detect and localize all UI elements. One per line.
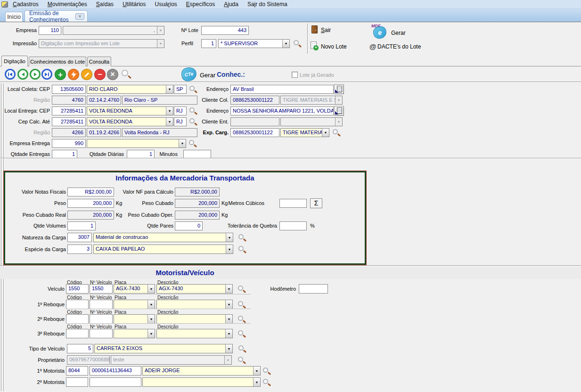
reboque2-num-input[interactable] [90,314,113,324]
empresa-combo[interactable]: . ▼ [63,26,164,35]
chevron-down-icon[interactable]: ▼ [322,128,329,137]
endereco-coleta-button[interactable] [334,84,344,94]
novo-lote-button-label[interactable]: Novo Lote [321,43,347,50]
cep-calc-input[interactable]: 27285411 [52,117,86,126]
exp-carg-cnpj-input[interactable]: 08862530001122 [230,128,279,137]
first-record-button[interactable] [5,69,16,80]
add-record-button[interactable]: + [55,69,66,80]
proprietario-search-icon[interactable] [238,357,246,365]
chevron-down-icon[interactable]: ▼ [253,366,261,376]
chevron-down-icon[interactable]: ▼ [179,139,186,148]
menu-movimentacoes[interactable]: Movimentações [48,1,87,8]
tab-inicio[interactable]: Início [5,12,23,22]
hodometro-input[interactable] [299,284,328,294]
menu-usuarios[interactable]: Usuários [155,1,177,8]
chevron-down-icon[interactable]: ▼ [147,300,155,309]
motorista2-combo[interactable]: ▼ [142,377,261,387]
chevron-down-icon[interactable]: ▼ [225,329,233,338]
perfil-num-input[interactable]: 1 [201,39,216,48]
chevron-down-icon[interactable]: ▼ [225,344,233,353]
cep-calc-cidade-combo[interactable]: VOLTA REDONDA ▼ [87,117,173,126]
empresa-entrega-input[interactable]: 990 [52,139,86,148]
motorista1-doc-input[interactable]: 00006141136443 [90,366,141,376]
motorista2-doc-input[interactable] [90,377,141,387]
reboque3-placa-combo[interactable]: ▼ [114,329,155,338]
menu-cadastros[interactable]: Cadastros [13,1,39,8]
endereco-entrega-button[interactable] [334,106,344,116]
chevron-down-icon[interactable]: ▼ [157,26,164,35]
coleta-uf-input[interactable]: SP [174,85,187,94]
motorista2-search-icon[interactable] [263,379,271,387]
next-record-button[interactable] [30,69,41,80]
empresa-input[interactable]: 110 [39,26,61,35]
close-tab-icon[interactable]: ✕ [75,13,84,20]
reboque1-search-icon[interactable] [238,301,246,309]
especie-cod-input[interactable]: 3 [67,245,92,254]
perfil-combo[interactable]: * SUPERVISOR ▼ [218,39,290,48]
tab-digitacao[interactable]: Digitação [1,56,28,66]
reboque3-desc-combo[interactable]: ▼ [156,329,233,338]
reboque2-codigo-input[interactable] [66,314,89,324]
reboque2-search-icon[interactable] [238,316,246,324]
chevron-down-icon[interactable]: ▼ [225,314,233,324]
delete-record-button[interactable]: − [94,69,106,80]
dacte-label[interactable]: DACTE's do Lote [377,43,421,50]
perfil-search-icon[interactable] [294,40,302,48]
natureza-cod-input[interactable]: 3007 [67,233,92,242]
edit-record-button[interactable] [81,69,92,80]
motorista1-cod-input[interactable]: 8044 [66,366,88,376]
menu-saidas[interactable]: Saídas [96,1,114,8]
cep-calc-uf-input[interactable]: RJ [174,117,187,126]
especie-combo[interactable]: CAIXA DE PAPELAO ▼ [93,245,233,254]
reboque3-num-input[interactable] [90,329,113,338]
quick-action-button[interactable] [68,69,79,80]
menu-sair-do-sistema[interactable]: Sair do Sistema [247,1,287,8]
veiculo-num-input[interactable]: 1550 [90,284,113,294]
reboque1-num-input[interactable] [90,300,113,309]
motorista1-combo[interactable]: ADEIR JORGE ▼ [142,366,261,376]
chevron-down-icon[interactable]: ▼ [147,329,155,338]
gerar-mdfe-label[interactable]: Gerar [391,30,406,36]
exp-carg-search-icon[interactable] [333,129,341,137]
chevron-down-icon[interactable]: ▼ [157,39,164,48]
reboque3-search-icon[interactable] [238,330,246,338]
exp-carg-combo[interactable]: TIGRE MATERIAIS ▼ [280,128,329,137]
menu-especificos[interactable]: Específicos [186,1,215,8]
tab-conhecimentos-do-lote[interactable]: Conhecimentos do Lote [29,57,86,66]
chevron-down-icon[interactable]: ▼ [253,377,261,387]
tipo-veiculo-cod-input[interactable]: 5 [67,344,93,353]
chevron-down-icon[interactable]: ▼ [166,117,173,126]
tipo-veiculo-combo[interactable]: CARRETA 2 EIXOS ▼ [94,344,233,353]
chevron-down-icon[interactable]: ▼ [226,245,233,254]
veiculo-search-icon[interactable] [238,286,246,294]
chevron-down-icon[interactable]: ▼ [226,233,233,242]
entrega-cidade-combo[interactable]: VOLTA REDONDA ▼ [87,106,173,115]
chevron-down-icon[interactable]: ▼ [282,39,290,48]
reboque1-codigo-input[interactable] [66,300,89,309]
motorista1-search-icon[interactable] [263,368,271,376]
chevron-down-icon[interactable]: ▼ [166,85,173,94]
chevron-down-icon[interactable]: ▼ [147,284,155,294]
natureza-search-icon[interactable] [238,234,246,242]
reboque2-desc-combo[interactable]: ▼ [156,314,233,324]
peso-input[interactable]: 200,000 [67,199,114,208]
coleta-cep-input[interactable]: 13505600 [52,85,86,94]
valor-nf-input[interactable]: R$2.000,00 [67,188,114,196]
tab-emissao-de-conhecimentos[interactable]: Emissão de Conhecimentos ✕ [25,10,88,22]
endereco-coleta-input[interactable]: AV Brasil [230,85,334,94]
tipo-veiculo-search-icon[interactable] [238,345,246,353]
reboque3-codigo-input[interactable] [66,329,89,338]
previous-record-button[interactable] [17,69,28,80]
chevron-down-icon[interactable]: ▼ [225,300,233,309]
reboque2-placa-combo[interactable]: ▼ [114,314,155,324]
natureza-combo[interactable]: Material de construcao ▼ [93,233,233,242]
motorista2-cod-input[interactable] [66,377,88,387]
last-record-button[interactable] [41,69,52,80]
veiculo-desc-combo[interactable]: AGX-7430 ▼ [156,284,233,294]
menu-utilitarios[interactable]: Utilitários [123,1,146,8]
menu-ajuda[interactable]: Ajuda [224,1,238,8]
chevron-down-icon[interactable]: ▼ [147,314,155,324]
gerar-cte-label[interactable]: Gerar [200,72,215,79]
lote-ja-gerado-checkbox[interactable] [292,72,298,78]
reboque1-desc-combo[interactable]: ▼ [156,300,233,309]
